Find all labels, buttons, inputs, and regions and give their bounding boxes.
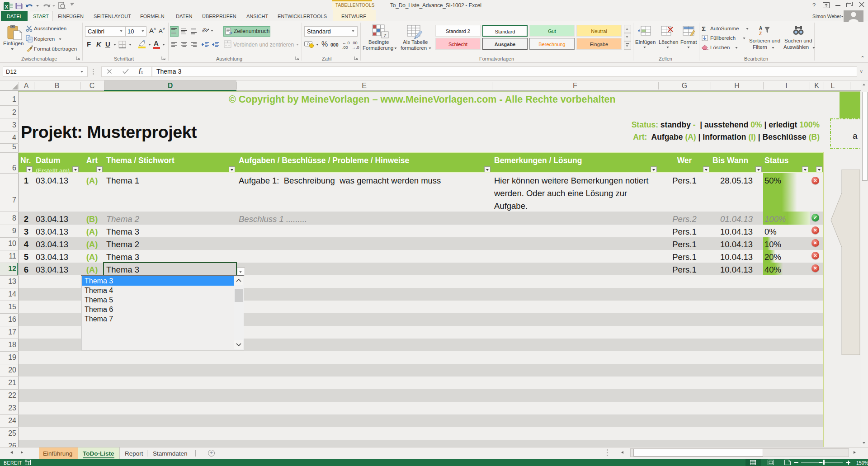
svg-text:Z: Z xyxy=(759,31,762,36)
svg-text:ab: ab xyxy=(202,26,208,33)
svg-text:≠: ≠ xyxy=(383,33,386,38)
svg-text:X: X xyxy=(5,4,9,9)
svg-text:A: A xyxy=(759,26,762,31)
